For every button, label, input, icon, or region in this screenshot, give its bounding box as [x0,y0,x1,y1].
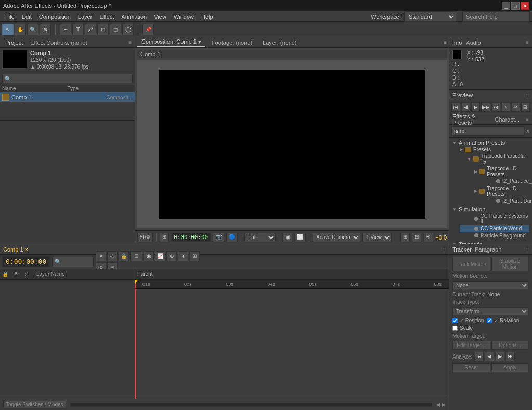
loop-btn[interactable]: ↩ [511,102,520,112]
menu-file[interactable]: File [2,12,18,21]
tab-info[interactable]: Info [452,39,462,46]
fx-simulation-header[interactable]: ▼ Simulation [452,206,529,213]
tab-preview[interactable]: Preview [452,92,473,98]
tab-project[interactable]: Project [3,38,25,47]
motion-blur-btn[interactable]: ◉ [144,251,154,261]
timeline-scroll[interactable] [70,403,432,407]
reset-exposure-btn[interactable]: ☀ [423,233,433,242]
pen-tool[interactable]: ✒ [60,24,71,35]
search-help-input[interactable] [462,11,530,22]
rotation-checkbox[interactable] [487,318,492,323]
effects-menu-icon[interactable]: ≡ [526,116,529,122]
tab-footage-viewer[interactable]: Footage: (none) [207,38,256,47]
resolution-dropdown[interactable]: Full Half Quarter [244,233,276,242]
prev-frame-btn[interactable]: ◀ [461,102,470,112]
tracker-menu-icon[interactable]: ≡ [526,246,529,252]
comp-flowchart-btn[interactable]: ⊞ [400,233,410,242]
rotation-checkbox-row[interactable]: ✓ Rotation [487,318,519,323]
tab-paragraph[interactable]: Paragraph [475,246,501,253]
region-btn[interactable]: ▣ [282,233,292,242]
camera-orbit-tool[interactable]: ⊕ [40,24,51,35]
active-camera-dropdown[interactable]: Active Camera [313,233,360,242]
position-checkbox[interactable] [452,318,458,323]
play-btn[interactable]: ▶ [471,102,480,112]
track-type-dropdown[interactable]: Transform [452,307,529,315]
next-frame-btn[interactable]: ▶▶ [481,102,490,112]
close-button[interactable]: ✕ [521,2,529,10]
timeline-menu-icon[interactable]: ≡ [443,246,446,252]
frame-blending-btn[interactable]: ⧖ [130,251,142,261]
fx-item-t2-hd[interactable]: t2_Part...ce_HD [482,178,529,185]
maximize-button[interactable]: □ [511,2,520,10]
scroll-right-btn[interactable]: ▶ [442,402,446,407]
graph-editor-btn[interactable]: 📈 [155,251,165,261]
puppet-tool[interactable]: 📌 [142,24,154,35]
fx-item-cc-particle-sys[interactable]: CC Particle Systems II [460,213,529,225]
viewer-menu-icon[interactable]: ≡ [444,39,447,45]
show-channel-btn[interactable]: 🔵 [226,233,238,242]
menu-window[interactable]: Window [171,12,197,21]
tab-audio[interactable]: Audio [466,39,481,46]
timeline-search-input[interactable] [52,257,94,267]
scroll-left-btn[interactable]: ◀ [436,402,440,407]
tab-composition-viewer[interactable]: Composition: Comp 1 ▾ [137,37,205,47]
scale-checkbox-row[interactable]: Scale [452,325,529,331]
reset-btn[interactable]: Reset [452,363,490,372]
menu-composition[interactable]: Composition [36,12,74,21]
stabilize-motion-btn[interactable]: Stabilize Motion [491,257,529,271]
tab-effect-controls[interactable]: Effect Controls: (none) [28,38,89,47]
project-item-comp1[interactable]: Comp 1 Composit... [0,92,135,102]
title-bar-controls[interactable]: _ □ ✕ [502,2,529,10]
fx-trapcode-d2-header[interactable]: ▶ Trapcode...D Presets [474,185,529,197]
fx-item-cc-particle-world[interactable]: CC Particle World [460,225,529,232]
info-menu-icon[interactable]: ≡ [526,39,529,45]
zoom-tool[interactable]: 🔍 [27,24,38,35]
clone-tool[interactable]: ⊡ [97,24,109,35]
fx-search-clear[interactable]: ✕ [525,128,530,134]
toggle-shy-btn[interactable]: ★ [96,251,106,261]
scale-checkbox[interactable] [452,326,458,331]
fx-item-t2-dance[interactable]: t2_Part...Dance [482,197,529,205]
edit-target-btn[interactable]: Edit Target... [452,341,490,350]
hand-tool[interactable]: ✋ [15,24,26,35]
views-dropdown[interactable]: 1 View [362,233,392,242]
toggle-switches-btn[interactable]: ⊞ [189,251,200,261]
motion-source-dropdown[interactable]: None [452,281,529,289]
panel-menu-icon[interactable]: ≡ [128,39,132,45]
brush-tool[interactable]: 🖌 [85,24,96,35]
position-checkbox-row[interactable]: ✓ Position [452,318,484,323]
snap-btn[interactable]: 📷 [213,233,224,242]
track-motion-btn[interactable]: Track Motion [452,257,490,271]
transparent-btn[interactable]: ⬜ [294,233,306,242]
analyze-back-all-btn[interactable]: ⏮ [474,352,484,361]
tab-effects-presets[interactable]: Effects & Presets [452,114,491,126]
audio-btn[interactable]: ♪ [501,102,510,112]
apply-btn[interactable]: Apply [491,363,529,372]
preview-menu-icon[interactable]: ≡ [526,92,529,98]
shape-tool[interactable]: ◯ [122,24,134,35]
fx-trapcode-d1-header[interactable]: ▶ Trapcode...D Presets [474,165,529,178]
last-frame-btn[interactable]: ⏭ [491,102,500,112]
minimize-button[interactable]: _ [502,2,510,10]
menu-effect[interactable]: Effect [96,12,117,21]
fx-presets-header[interactable]: ▶ Presets [460,146,529,153]
selection-tool[interactable]: ↖ [2,24,14,35]
fx-trapcode-ffx-header[interactable]: ▼ Trapcode Particular ffx [467,153,529,165]
workspace-dropdown[interactable]: Standard [404,11,456,22]
menu-view[interactable]: View [151,12,170,21]
menu-help[interactable]: Help [198,12,216,21]
toggle-lock-btn[interactable]: 🔒 [119,251,129,261]
comp-options-btn[interactable]: ⊟ [412,233,421,242]
tab-tracker[interactable]: Tracker [452,246,472,253]
fx-trapcode-header[interactable]: ▼ Trapcode [452,241,529,244]
tab-characters[interactable]: Charact... [495,116,520,123]
timeline-timecode[interactable]: 0:00:00:00 [2,256,50,267]
toggle-switches-modes-btn[interactable]: Toggle Switches / Modes [3,401,66,408]
analyze-fwd-all-btn[interactable]: ⏭ [505,352,515,361]
fx-anim-presets-header[interactable]: ▼ Animation Presets [452,140,529,146]
options-btn[interactable]: Options... [491,341,529,350]
playhead[interactable] [135,280,136,288]
text-tool[interactable]: T [72,24,84,35]
project-search-input[interactable] [2,74,133,83]
fx-item-particle-playground[interactable]: Particle Playground [460,232,529,240]
